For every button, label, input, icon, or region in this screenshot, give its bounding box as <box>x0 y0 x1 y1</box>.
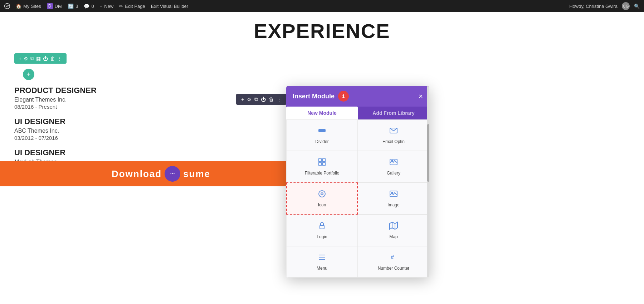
insert-module-panel: Insert Module 1 × New Module Add From Li… <box>286 86 429 278</box>
svg-point-12 <box>321 193 323 195</box>
module-item-gallery[interactable]: Gallery <box>358 151 429 182</box>
svg-marker-16 <box>390 222 397 229</box>
map-icon <box>389 221 398 232</box>
module-item-icon[interactable]: Icon <box>286 182 358 215</box>
number-counter-icon: # <box>389 253 398 264</box>
updates-icon: 🔄 <box>68 4 74 9</box>
job-company-2: ABC Themes Inc. <box>14 128 222 134</box>
page-heading: EXPERIENCE <box>14 19 630 43</box>
job-entry-1: PRODUCT DESIGNER Elegant Themes Inc. 08/… <box>14 86 222 110</box>
svg-text:W: W <box>6 4 9 8</box>
plus-icon: + <box>100 4 103 9</box>
module-grid: Divider Email Optin Filter <box>286 119 429 278</box>
svg-point-14 <box>392 192 393 193</box>
image-icon <box>389 190 398 200</box>
add-row-button[interactable]: + <box>23 69 34 80</box>
col-duplicate-icon[interactable]: ⧉ <box>254 96 258 102</box>
edit-page-label: Edit Page <box>125 4 145 9</box>
col-add-icon[interactable]: + <box>241 97 244 102</box>
admin-bar: W 🏠 My Sites D Divi 🔄 3 💬 0 + New ✏ Edit… <box>0 0 644 12</box>
job-company-1: Elegant Themes Inc. <box>14 97 222 103</box>
exit-builder-link[interactable]: Exit Visual Builder <box>151 4 189 9</box>
module-label-menu: Menu <box>317 266 327 271</box>
module-item-map[interactable]: Map <box>358 215 429 246</box>
download-text: Download <box>112 168 162 180</box>
insert-module-close-button[interactable]: × <box>419 92 423 100</box>
module-item-divider[interactable]: Divider <box>286 119 358 151</box>
job-title-1: PRODUCT DESIGNER <box>14 86 222 95</box>
menu-icon <box>318 253 326 264</box>
row-toolbar: + ⚙ ⧉ ▦ ⏻ 🗑 ⋮ <box>14 53 67 64</box>
module-label-gallery: Gallery <box>387 171 400 176</box>
my-sites-menu[interactable]: 🏠 My Sites <box>16 4 41 9</box>
new-label: New <box>104 4 113 9</box>
download-bar[interactable]: Download ··· sume <box>0 161 322 186</box>
module-item-login[interactable]: Login <box>286 215 358 246</box>
step-badge-1: 1 <box>338 91 349 102</box>
new-menu[interactable]: + New <box>100 4 114 9</box>
my-sites-icon: 🏠 <box>16 4 21 9</box>
right-column: + ⚙ ⧉ ⏻ 🗑 ⋮ + 2 <box>236 86 630 179</box>
module-label-divider: Divider <box>315 139 328 144</box>
col-disable-icon[interactable]: ⏻ <box>261 97 266 102</box>
svg-rect-5 <box>319 159 321 161</box>
edit-page-link[interactable]: ✏ Edit Page <box>119 4 145 9</box>
job-dates-2: 03/2012 - 07/2016 <box>14 135 222 141</box>
job-title-2: UI DESIGNER <box>14 117 222 126</box>
svg-text:#: # <box>391 254 394 260</box>
divi-menu[interactable]: D Divi <box>47 3 62 9</box>
row-add-icon[interactable]: + <box>19 56 21 62</box>
col-settings-icon[interactable]: ⚙ <box>247 97 252 102</box>
icon-module-icon <box>318 190 326 200</box>
module-label-number-counter: Number Counter <box>378 266 410 271</box>
module-label-filterable-portfolio: Filterable Portfolio <box>305 171 340 176</box>
email-optin-icon <box>389 126 398 137</box>
job-dates-1: 08/2016 - Present <box>14 104 222 110</box>
divi-icon: D <box>47 3 53 9</box>
download-dots-badge[interactable]: ··· <box>165 166 180 182</box>
module-label-map: Map <box>389 234 397 239</box>
svg-rect-15 <box>320 225 324 229</box>
row-grid-icon[interactable]: ▦ <box>36 56 41 62</box>
updates-count: 3 <box>75 4 78 9</box>
user-avatar[interactable]: CG <box>622 2 630 10</box>
insert-module-title: Insert Module 1 <box>293 91 349 102</box>
tab-new-module[interactable]: New Module <box>286 107 358 119</box>
col-more-icon[interactable]: ⋮ <box>277 97 282 102</box>
howdy-label: Howdy, Christina Gwira <box>569 4 618 9</box>
search-icon[interactable]: 🔍 <box>634 4 640 9</box>
svg-point-10 <box>392 160 393 161</box>
job-title-3: UI DESIGNER <box>14 148 222 157</box>
svg-rect-8 <box>323 163 325 165</box>
row-more-icon[interactable]: ⋮ <box>57 56 62 62</box>
scrollbar-track[interactable] <box>427 86 429 278</box>
col-delete-icon[interactable]: 🗑 <box>269 97 274 102</box>
col-toolbar: + ⚙ ⧉ ⏻ 🗑 ⋮ <box>236 94 287 105</box>
comments-count: 0 <box>91 4 94 9</box>
page-content: EXPERIENCE + ⚙ ⧉ ▦ ⏻ 🗑 ⋮ + PRODUCT DESIG… <box>0 12 644 186</box>
tab-add-from-library[interactable]: Add From Library <box>358 107 429 119</box>
wp-logo[interactable]: W <box>4 3 10 9</box>
module-item-number-counter[interactable]: # Number Counter <box>358 246 429 278</box>
module-item-menu[interactable]: Menu <box>286 246 358 278</box>
row-settings-icon[interactable]: ⚙ <box>24 56 28 62</box>
insert-module-tabs: New Module Add From Library <box>286 107 429 119</box>
resume-text: sume <box>183 168 210 180</box>
comments-menu[interactable]: 💬 0 <box>84 4 94 9</box>
module-label-login: Login <box>317 234 327 239</box>
pencil-icon: ✏ <box>119 4 123 9</box>
module-label-email-optin: Email Optin <box>382 139 405 144</box>
module-item-filterable-portfolio[interactable]: Filterable Portfolio <box>286 151 358 182</box>
row-disable-icon[interactable]: ⏻ <box>43 56 48 62</box>
module-label-icon: Icon <box>318 202 326 207</box>
module-item-image[interactable]: Image <box>358 182 429 215</box>
row-delete-icon[interactable]: 🗑 <box>50 56 55 62</box>
module-item-email-optin[interactable]: Email Optin <box>358 119 429 151</box>
divider-icon <box>318 126 326 137</box>
exit-builder-label: Exit Visual Builder <box>151 4 189 9</box>
svg-rect-6 <box>323 159 325 161</box>
updates-menu[interactable]: 🔄 3 <box>68 4 78 9</box>
row-duplicate-icon[interactable]: ⧉ <box>30 55 34 62</box>
insert-module-header: Insert Module 1 × <box>286 86 429 107</box>
comments-icon: 💬 <box>84 4 89 9</box>
